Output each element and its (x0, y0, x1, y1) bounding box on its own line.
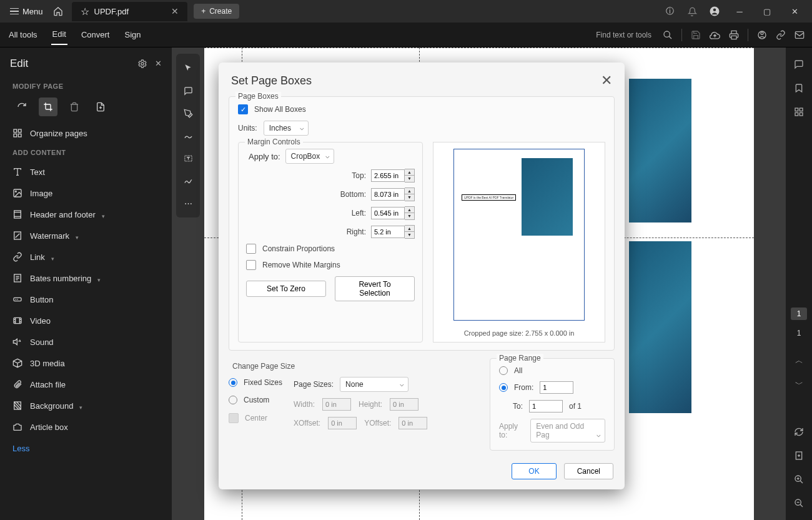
constrain-checkbox[interactable] (246, 244, 256, 254)
maximize-icon[interactable]: ▢ (755, 1, 780, 21)
rotate-icon[interactable] (12, 98, 31, 116)
right-stepper[interactable]: ▲▼ (405, 225, 415, 239)
top-stepper[interactable]: ▲▼ (405, 169, 415, 182)
apply-to2-select[interactable]: Even and Odd Pag (530, 419, 605, 442)
link-icon[interactable] (776, 30, 786, 40)
gear-icon[interactable] (137, 59, 147, 69)
ok-button[interactable]: OK (512, 463, 556, 479)
bottom-label: Bottom: (336, 190, 366, 199)
sidebar-video[interactable]: Video (0, 310, 172, 331)
bottom-input[interactable] (371, 188, 405, 201)
center-checkbox[interactable] (229, 413, 239, 423)
sidebar-button[interactable]: Button (0, 289, 172, 310)
dialog-close-icon[interactable]: ✕ (601, 72, 612, 89)
refresh-icon[interactable] (790, 422, 808, 441)
watermark-label: Watermark (30, 231, 69, 241)
from-radio[interactable] (499, 383, 508, 392)
tab-edit[interactable]: Edit (51, 24, 67, 45)
menu-button[interactable]: Menu (5, 4, 48, 19)
revert-button[interactable]: Revert To Selection (335, 276, 415, 301)
print-icon[interactable] (729, 30, 739, 40)
sidebar-attach[interactable]: Attach file (0, 374, 172, 395)
to-input[interactable] (529, 400, 563, 412)
svg-point-2 (664, 31, 670, 37)
tab-close-icon[interactable]: ✕ (171, 6, 179, 16)
close-panel-icon[interactable]: ✕ (155, 59, 162, 69)
sidebar-text[interactable]: Text (0, 161, 172, 182)
sidebar-sound[interactable]: Sound (0, 331, 172, 352)
remove-white-checkbox[interactable] (246, 260, 256, 270)
tab-all-tools[interactable]: All tools (7, 25, 39, 44)
comment-tool-icon[interactable] (176, 80, 200, 101)
select-tool-icon[interactable] (176, 58, 200, 79)
apply-to-select[interactable]: CropBox (285, 149, 335, 164)
highlight-tool-icon[interactable] (176, 102, 200, 124)
sidebar-bates[interactable]: Bates numbering▾ (0, 268, 172, 289)
page-sizes-select[interactable]: None (340, 377, 408, 392)
custom-radio[interactable] (229, 396, 237, 404)
crop-icon[interactable] (39, 98, 57, 116)
account-icon[interactable] (706, 2, 723, 20)
units-select[interactable]: Inches (264, 121, 309, 136)
create-button[interactable]: + Create (194, 4, 239, 19)
sidebar-image[interactable]: Image (0, 182, 172, 204)
document-tab[interactable]: ☆ UPDF.pdf ✕ (72, 2, 188, 21)
center-label: Center (245, 414, 267, 422)
top-input[interactable] (371, 169, 405, 182)
left-stepper[interactable]: ▲▼ (405, 206, 415, 220)
save-icon[interactable] (691, 30, 701, 40)
zoom-out-icon[interactable] (790, 494, 808, 512)
right-input[interactable] (371, 226, 405, 238)
text-label: Text (30, 168, 45, 177)
chevron-up-icon[interactable]: ︿ (790, 351, 808, 370)
draw-tool-icon[interactable] (176, 125, 200, 146)
sidebar-header-footer[interactable]: Header and footer▾ (0, 204, 172, 225)
chevron-down-icon[interactable]: ﹀ (790, 375, 808, 394)
share-icon[interactable] (757, 30, 767, 40)
left-input[interactable] (371, 207, 405, 219)
titlebar: Menu ☆ UPDF.pdf ✕ + Create ⓘ ─ ▢ ✕ (0, 0, 812, 22)
bottom-stepper[interactable]: ▲▼ (405, 188, 415, 201)
sidebar-3d[interactable]: 3D media (0, 352, 172, 374)
bell-icon[interactable] (683, 2, 701, 20)
show-all-boxes-checkbox[interactable]: ✓ (238, 104, 248, 114)
from-input[interactable] (540, 381, 573, 394)
all-label: All (514, 366, 522, 375)
page-badge[interactable]: 1 (791, 308, 808, 320)
less-link[interactable]: Less (0, 438, 172, 459)
sidebar-link[interactable]: Link▾ (0, 246, 172, 268)
sidebar-organize-pages[interactable]: Organize pages (0, 122, 172, 144)
delete-icon[interactable] (65, 98, 84, 116)
comment-icon[interactable] (790, 55, 808, 74)
sidebar-watermark[interactable]: Watermark▾ (0, 225, 172, 246)
more-tools-icon[interactable]: ⋯ (176, 192, 200, 214)
svg-rect-9 (14, 134, 17, 137)
header-footer-label: Header and footer (30, 210, 96, 219)
fit-page-icon[interactable] (790, 446, 808, 465)
sidebar-background[interactable]: Background▾ (0, 395, 172, 416)
mail-icon[interactable] (795, 30, 805, 40)
extract-icon[interactable] (91, 98, 110, 116)
close-window-icon[interactable]: ✕ (782, 1, 807, 21)
tab-sign[interactable]: Sign (123, 25, 142, 44)
zoom-in-icon[interactable] (790, 470, 808, 489)
bookmark-icon[interactable] (790, 79, 808, 98)
set-to-zero-button[interactable]: Set To Zero (246, 281, 326, 297)
set-page-boxes-dialog: Set Page Boxes ✕ Page Boxes ✓ Show All B… (219, 62, 625, 489)
preview-text-label: UPDF is the Best AI PDF Translator (462, 194, 516, 201)
fixed-sizes-radio[interactable] (229, 378, 237, 387)
sign-tool-icon[interactable] (176, 170, 200, 191)
search-icon[interactable] (663, 30, 673, 40)
help-icon[interactable]: ⓘ (661, 2, 678, 20)
sidebar-article[interactable]: Article box (0, 416, 172, 438)
cancel-button[interactable]: Cancel (564, 463, 613, 479)
text-tool-icon[interactable] (176, 148, 200, 169)
panel-title: Edit (10, 58, 28, 70)
margin-controls-label: Margin Controls (245, 138, 303, 146)
minimize-icon[interactable]: ─ (727, 1, 752, 21)
tab-convert[interactable]: Convert (80, 25, 111, 44)
cloud-icon[interactable] (710, 29, 720, 40)
home-icon[interactable] (49, 2, 67, 20)
all-radio[interactable] (499, 366, 508, 375)
grid-icon[interactable] (790, 102, 808, 121)
